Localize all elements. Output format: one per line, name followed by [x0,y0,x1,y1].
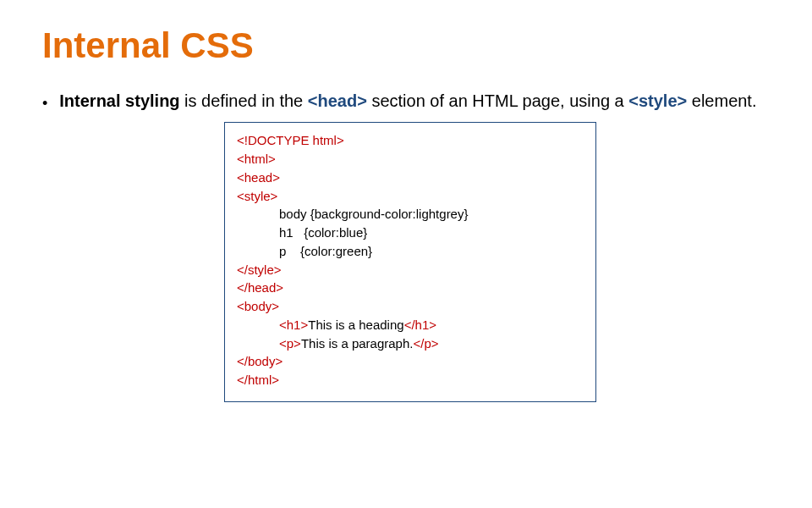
head-tag: <head> [308,91,367,110]
bullet-t2: section of an HTML page, using a [367,91,628,110]
bullet-t1: is defined in the [180,91,308,110]
code-line: </body> [237,352,584,371]
code-line: <style> [237,187,584,206]
bullet-icon: • [42,93,47,113]
code-line: <body> [237,297,584,316]
code-line: </html> [237,371,584,389]
code-tag-open: <h1> [279,318,308,332]
code-line: <head> [237,168,584,187]
code-line: body {background-color:lightgrey} [237,205,584,224]
code-line: <p>This is a paragraph.</p> [237,334,584,353]
slide-title: Internal CSS [42,25,770,66]
code-line: <html> [237,150,584,168]
code-line: </style> [237,261,584,279]
bullet-item: • Internal styling is defined in the <he… [42,90,770,113]
code-tag-open: <p> [279,336,301,351]
code-example-box: <!DOCTYPE html> <html> <head> <style> bo… [224,122,596,402]
code-line: p {color:green} [237,242,584,261]
code-line: h1 {color:blue} [237,224,584,242]
code-text: This is a heading [308,318,403,332]
bullet-lead: Internal styling [59,91,179,110]
style-tag: <style> [628,91,687,110]
code-tag-close: </h1> [404,318,436,332]
bullet-text: Internal styling is defined in the <head… [59,90,756,113]
code-tag-close: </p> [413,336,438,351]
code-line: <h1>This is a heading</h1> [237,316,584,334]
code-line: <!DOCTYPE html> [237,131,584,150]
code-line: </head> [237,279,584,297]
bullet-t3: element. [687,91,756,110]
code-text: This is a paragraph. [301,336,414,351]
